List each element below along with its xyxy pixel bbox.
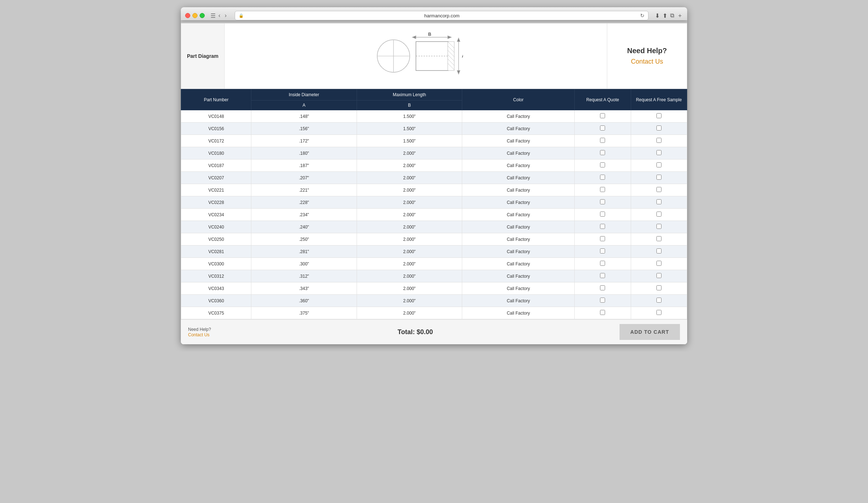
share-button[interactable]: ⬆ — [663, 12, 667, 19]
cell-part-number: VC0156 — [181, 123, 251, 135]
request-quote-checkbox[interactable] — [600, 248, 605, 253]
reload-button[interactable]: ↻ — [640, 13, 644, 18]
need-help-title: Need Help? — [627, 47, 667, 55]
cell-diameter: .180" — [251, 147, 357, 159]
cell-color: Call Factory — [462, 246, 575, 258]
close-button[interactable] — [185, 13, 190, 18]
cell-color: Call Factory — [462, 147, 575, 159]
cell-request-sample — [631, 295, 687, 307]
cell-part-number: VC0312 — [181, 270, 251, 282]
table-row: VC0156.156"1.500"Call Factory — [181, 123, 687, 135]
cell-color: Call Factory — [462, 295, 575, 307]
request-sample-checkbox[interactable] — [656, 248, 661, 253]
request-quote-checkbox[interactable] — [600, 310, 605, 315]
cell-request-sample — [631, 270, 687, 282]
request-quote-checkbox[interactable] — [600, 236, 605, 241]
request-sample-checkbox[interactable] — [656, 199, 661, 204]
request-sample-checkbox[interactable] — [656, 212, 661, 217]
footer-contact-us-link[interactable]: Contact Us — [188, 332, 209, 337]
cell-color: Call Factory — [462, 135, 575, 147]
cell-color: Call Factory — [462, 196, 575, 209]
col-header-request-sample: Request A Free Sample — [631, 89, 687, 110]
cell-diameter: .172" — [251, 135, 357, 147]
maximize-button[interactable] — [200, 13, 205, 18]
request-quote-checkbox[interactable] — [600, 285, 605, 290]
svg-text:A: A — [462, 54, 463, 59]
back-button[interactable]: ‹ — [217, 12, 222, 19]
request-quote-checkbox[interactable] — [600, 199, 605, 204]
request-quote-checkbox[interactable] — [600, 162, 605, 167]
request-quote-checkbox[interactable] — [600, 298, 605, 303]
request-quote-checkbox[interactable] — [600, 273, 605, 278]
request-sample-checkbox[interactable] — [656, 273, 661, 278]
cell-length: 2.000" — [357, 196, 462, 209]
request-quote-checkbox[interactable] — [600, 175, 605, 180]
request-sample-checkbox[interactable] — [656, 138, 661, 143]
request-quote-checkbox[interactable] — [600, 224, 605, 229]
request-quote-checkbox[interactable] — [600, 187, 605, 192]
titlebar: ☰ ‹ › 🔒 ↻ ⬇ ⬆ ⧉ ＋ — [185, 11, 683, 20]
browser-content: Part Diagram — [181, 23, 687, 344]
request-sample-checkbox[interactable] — [656, 236, 661, 241]
cell-request-sample — [631, 123, 687, 135]
col-subheader-a: A — [251, 101, 357, 110]
cell-part-number: VC0300 — [181, 258, 251, 270]
cell-request-sample — [631, 110, 687, 123]
download-button[interactable]: ⬇ — [655, 12, 660, 19]
request-quote-checkbox[interactable] — [600, 138, 605, 143]
cell-color: Call Factory — [462, 209, 575, 221]
cell-length: 2.000" — [357, 159, 462, 172]
cell-color: Call Factory — [462, 270, 575, 282]
cell-request-quote — [575, 209, 631, 221]
request-sample-checkbox[interactable] — [656, 298, 661, 303]
request-quote-checkbox[interactable] — [600, 150, 605, 155]
cell-diameter: .156" — [251, 123, 357, 135]
request-sample-checkbox[interactable] — [656, 224, 661, 229]
table-row: VC0312.312"2.000"Call Factory — [181, 270, 687, 282]
footer-total-label: Total: $0.00 — [397, 328, 433, 336]
contact-us-header-link[interactable]: Contact Us — [631, 58, 663, 65]
part-diagram-label: Part Diagram — [181, 24, 225, 89]
add-to-cart-button[interactable]: ADD TO CART — [620, 324, 680, 340]
address-bar[interactable] — [246, 13, 638, 18]
cell-request-sample — [631, 184, 687, 196]
sidebar-toggle-button[interactable]: ☰ — [210, 12, 216, 19]
request-sample-checkbox[interactable] — [656, 150, 661, 155]
minimize-button[interactable] — [192, 13, 197, 18]
table-row: VC0375.375"2.000"Call Factory — [181, 307, 687, 319]
cell-request-sample — [631, 246, 687, 258]
request-sample-checkbox[interactable] — [656, 162, 661, 167]
cell-part-number: VC0148 — [181, 110, 251, 123]
new-tab-button[interactable]: ＋ — [677, 12, 683, 20]
request-sample-checkbox[interactable] — [656, 125, 661, 131]
svg-rect-10 — [448, 42, 454, 71]
window-button[interactable]: ⧉ — [670, 12, 674, 19]
request-quote-checkbox[interactable] — [600, 261, 605, 266]
request-quote-checkbox[interactable] — [600, 113, 605, 118]
cell-diameter: .228" — [251, 196, 357, 209]
cell-request-quote — [575, 295, 631, 307]
cell-request-sample — [631, 159, 687, 172]
cell-color: Call Factory — [462, 233, 575, 246]
part-diagram-svg: B A — [369, 31, 463, 81]
request-sample-checkbox[interactable] — [656, 285, 661, 290]
cell-diameter: .312" — [251, 270, 357, 282]
cell-diameter: .360" — [251, 295, 357, 307]
request-sample-checkbox[interactable] — [656, 113, 661, 118]
cell-color: Call Factory — [462, 172, 575, 184]
request-sample-checkbox[interactable] — [656, 187, 661, 192]
cell-color: Call Factory — [462, 307, 575, 319]
request-quote-checkbox[interactable] — [600, 212, 605, 217]
cell-request-sample — [631, 282, 687, 295]
cell-color: Call Factory — [462, 258, 575, 270]
request-sample-checkbox[interactable] — [656, 310, 661, 315]
col-header-inside-diameter: Inside Diameter — [251, 89, 357, 101]
request-sample-checkbox[interactable] — [656, 175, 661, 180]
svg-marker-18 — [412, 36, 416, 39]
need-help-area: Need Help? Contact Us — [607, 24, 687, 89]
cell-part-number: VC0172 — [181, 135, 251, 147]
forward-button[interactable]: › — [223, 12, 228, 19]
browser-chrome: ☰ ‹ › 🔒 ↻ ⬇ ⬆ ⧉ ＋ — [181, 7, 687, 20]
request-sample-checkbox[interactable] — [656, 261, 661, 266]
request-quote-checkbox[interactable] — [600, 125, 605, 131]
